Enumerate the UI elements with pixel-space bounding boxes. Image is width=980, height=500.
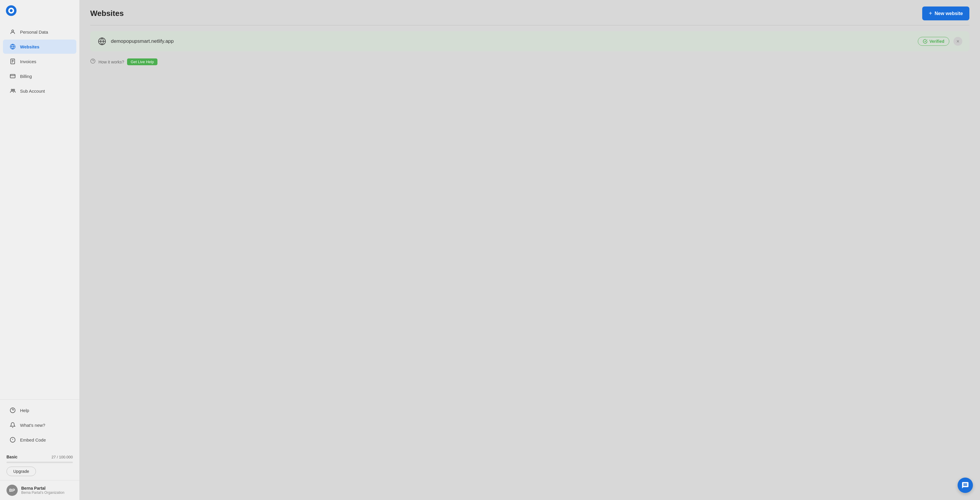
user-profile: BP Berna Partal Berna Partal's Organizat… xyxy=(0,480,79,500)
people-icon xyxy=(10,88,16,94)
plan-usage: 27 / 100.000 xyxy=(52,455,73,459)
svg-point-0 xyxy=(12,30,14,32)
app-logo xyxy=(6,5,16,16)
sidebar-item-personal-data[interactable]: Personal Data xyxy=(3,25,76,39)
question-icon xyxy=(90,58,95,65)
website-url: demopopupsmart.netlify.app xyxy=(111,38,173,44)
sidebar-bottom: Help What's new? Embed Code xyxy=(0,399,79,450)
sidebar-item-embed-code[interactable]: Embed Code xyxy=(3,433,76,447)
sidebar: Personal Data Websites Inv xyxy=(0,0,80,500)
header-divider xyxy=(90,25,969,26)
sidebar-item-label: Embed Code xyxy=(20,438,46,442)
plan-section: Basic 27 / 100.000 Upgrade xyxy=(0,450,79,480)
plan-progress-bar xyxy=(6,462,73,463)
upgrade-button[interactable]: Upgrade xyxy=(6,466,36,476)
bell-icon xyxy=(10,422,16,428)
main-header: Websites + New website xyxy=(80,0,980,25)
plan-name: Basic xyxy=(6,455,18,459)
how-it-works-text: How it works? xyxy=(99,60,124,64)
sidebar-item-label: Sub Account xyxy=(20,89,45,94)
sidebar-item-sub-account[interactable]: Sub Account xyxy=(3,84,76,98)
sidebar-item-label: Billing xyxy=(20,74,32,79)
new-website-button[interactable]: + New website xyxy=(922,6,969,20)
sidebar-item-label: Help xyxy=(20,408,29,413)
sidebar-item-label: What's new? xyxy=(20,423,45,428)
sidebar-item-billing[interactable]: Billing xyxy=(3,69,76,83)
sidebar-item-websites[interactable]: Websites xyxy=(3,40,76,54)
chat-button[interactable] xyxy=(958,478,973,493)
card-icon xyxy=(10,73,16,79)
sidebar-item-label: Invoices xyxy=(20,59,36,64)
logo-area xyxy=(0,0,79,21)
help-circle-icon xyxy=(10,407,16,414)
code-icon xyxy=(10,436,16,443)
website-row: demopopupsmart.netlify.app Verified xyxy=(90,31,969,51)
person-icon xyxy=(10,29,16,35)
avatar: BP xyxy=(6,485,18,496)
user-name: Berna Partal xyxy=(21,486,64,490)
svg-point-8 xyxy=(11,89,13,91)
main-content-area: Websites + New website demopopupsmart.ne… xyxy=(80,0,980,500)
verified-badge: Verified xyxy=(918,37,949,46)
websites-list: demopopupsmart.netlify.app Verified xyxy=(80,31,980,66)
page-title: Websites xyxy=(90,9,124,18)
svg-point-9 xyxy=(13,89,15,91)
plus-icon: + xyxy=(929,10,932,17)
svg-rect-6 xyxy=(10,74,15,78)
website-globe-icon xyxy=(97,37,107,46)
user-org: Berna Partal's Organization xyxy=(21,490,64,495)
verified-label: Verified xyxy=(929,39,944,44)
globe-icon xyxy=(10,43,16,50)
live-help-button[interactable]: Get Live Help xyxy=(127,58,158,65)
main-nav: Personal Data Websites Inv xyxy=(0,21,79,399)
receipt-icon xyxy=(10,58,16,65)
sidebar-item-label: Websites xyxy=(20,44,40,49)
how-it-works-row: How it works? Get Live Help xyxy=(90,57,969,66)
sidebar-item-invoices[interactable]: Invoices xyxy=(3,54,76,69)
remove-website-button[interactable] xyxy=(953,37,963,46)
sidebar-item-whats-new[interactable]: What's new? xyxy=(3,418,76,432)
sidebar-item-help[interactable]: Help xyxy=(3,403,76,417)
sidebar-item-label: Personal Data xyxy=(20,30,48,35)
